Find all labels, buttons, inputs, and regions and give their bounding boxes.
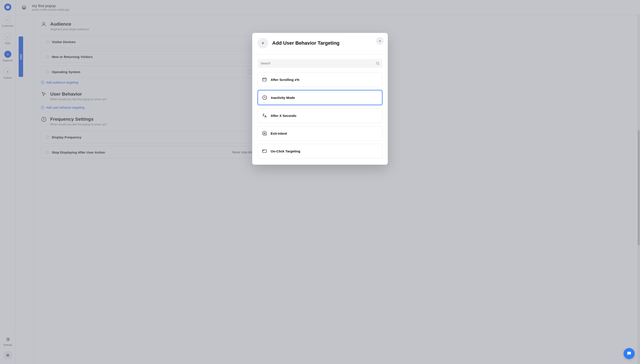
translate-icon <box>262 113 267 118</box>
chat-icon <box>626 351 632 356</box>
option-on-click-targeting[interactable]: On-Click Targeting <box>258 144 382 158</box>
option-label: After Scrolling x% <box>271 78 299 82</box>
chat-fab[interactable] <box>624 348 635 359</box>
svg-point-1 <box>376 62 379 64</box>
option-label: Inactivity Mode <box>271 96 295 100</box>
modal-option-list: After Scrolling x% Inactivity Mode After… <box>258 72 382 158</box>
modal-search-input[interactable] <box>258 59 382 68</box>
modal-divider <box>252 54 388 54</box>
modal-overlay[interactable]: Add User Behavior Targeting After Scroll… <box>0 0 640 364</box>
svg-rect-2 <box>263 78 266 81</box>
option-label: After X Seconds <box>271 114 296 118</box>
option-after-scrolling[interactable]: After Scrolling x% <box>258 72 382 87</box>
modal-close-button[interactable] <box>376 37 384 45</box>
clock-icon <box>262 95 267 100</box>
option-label: Exit-intent <box>271 132 287 135</box>
svg-rect-5 <box>262 150 266 152</box>
close-icon <box>378 39 382 43</box>
option-exit-intent[interactable]: Exit-intent <box>258 126 382 141</box>
option-inactivity-mode[interactable]: Inactivity Mode <box>258 90 382 105</box>
option-after-x-seconds[interactable]: After X Seconds <box>258 108 382 123</box>
option-label: On-Click Targeting <box>271 149 300 153</box>
search-icon <box>376 61 380 65</box>
modal-plus-badge <box>258 38 268 48</box>
modal-title: Add User Behavior Targeting <box>272 40 340 46</box>
add-behavior-modal: Add User Behavior Targeting After Scroll… <box>252 33 388 165</box>
plus-icon <box>261 41 265 45</box>
modal-search[interactable] <box>258 59 382 68</box>
tab-icon <box>262 148 267 154</box>
scroll-icon <box>262 77 267 82</box>
exit-icon <box>262 131 267 136</box>
